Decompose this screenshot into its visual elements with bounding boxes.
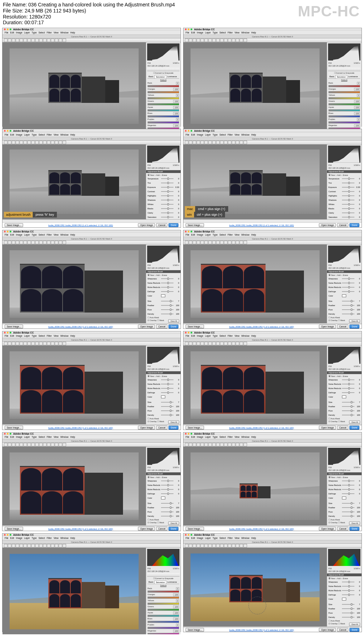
tool-button[interactable]: [228, 141, 231, 144]
workflow-link[interactable]: bodie_0038.CR2: bodie_0038.CR2 (1 of 1 s…: [229, 326, 294, 328]
tool-button[interactable]: [59, 544, 62, 547]
menu-item[interactable]: Filter: [228, 133, 232, 136]
menu-item[interactable]: File: [5, 436, 8, 438]
menu-item[interactable]: Edit: [10, 436, 14, 438]
tool-button[interactable]: [12, 544, 15, 547]
tool-button[interactable]: [51, 141, 54, 144]
tool-button[interactable]: [200, 241, 204, 244]
tool-button[interactable]: [4, 38, 7, 42]
open-image-button[interactable]: Open Image: [138, 223, 155, 227]
open-image-button[interactable]: Open Image: [319, 628, 336, 632]
menu-item[interactable]: Select: [38, 234, 45, 236]
tool-button[interactable]: [23, 241, 27, 244]
menu-item[interactable]: File: [5, 537, 8, 539]
tool-button[interactable]: [51, 38, 54, 42]
tool-button[interactable]: [228, 443, 231, 446]
tool-button[interactable]: [232, 241, 235, 244]
tool-button[interactable]: [220, 241, 224, 244]
menu-item[interactable]: File: [5, 234, 8, 236]
menu-item[interactable]: File: [186, 31, 189, 34]
maximize-icon[interactable]: [191, 534, 192, 536]
menu-item[interactable]: Edit: [10, 133, 14, 136]
tool-button[interactable]: [63, 241, 66, 244]
menu-item[interactable]: Type: [32, 335, 37, 337]
menu-item[interactable]: Image: [197, 31, 203, 34]
maximize-icon[interactable]: [10, 332, 11, 334]
menu-item[interactable]: Window: [241, 234, 250, 236]
tool-button[interactable]: [204, 443, 208, 446]
tool-button[interactable]: [220, 342, 224, 345]
tool-button[interactable]: [236, 241, 239, 244]
tool-button[interactable]: [39, 38, 43, 42]
tool-button[interactable]: [236, 443, 239, 446]
tool-button[interactable]: [27, 38, 31, 42]
tool-button[interactable]: [204, 241, 208, 244]
maximize-icon[interactable]: [191, 332, 192, 334]
menu-item[interactable]: Window: [60, 234, 69, 236]
tool-button[interactable]: [39, 443, 43, 446]
tool-button[interactable]: [212, 141, 216, 144]
menu-item[interactable]: Type: [32, 436, 37, 438]
tool-button[interactable]: [232, 544, 235, 547]
tool-button[interactable]: [59, 38, 62, 42]
menu-item[interactable]: Filter: [228, 436, 232, 438]
workflow-link[interactable]: bodie_0038.CR2: bodie_0038.CR2 (1 of 1 s…: [48, 427, 113, 429]
close-icon[interactable]: [4, 433, 6, 435]
tool-button[interactable]: [55, 544, 58, 547]
workflow-link[interactable]: bodie_0038.CR2: bodie_0038.CR2 (1 of 1 s…: [48, 224, 113, 226]
tool-button[interactable]: [185, 544, 188, 547]
minimize-icon[interactable]: [188, 433, 189, 435]
menu-item[interactable]: View: [54, 436, 59, 438]
tool-button[interactable]: [16, 38, 19, 42]
done-button[interactable]: Done: [349, 426, 359, 430]
menu-item[interactable]: Edit: [10, 31, 14, 34]
tool-button[interactable]: [193, 141, 196, 144]
tool-button[interactable]: [216, 241, 220, 244]
tool-button[interactable]: [204, 141, 208, 144]
menu-item[interactable]: Type: [213, 537, 218, 539]
menu-item[interactable]: Image: [16, 31, 22, 34]
tool-button[interactable]: [208, 141, 212, 144]
tool-button[interactable]: [216, 141, 220, 144]
menu-item[interactable]: View: [54, 31, 59, 34]
menu-item[interactable]: File: [5, 335, 8, 337]
menu-item[interactable]: View: [54, 335, 59, 337]
tool-button[interactable]: [55, 241, 58, 244]
tool-button[interactable]: [236, 38, 239, 42]
tool-button[interactable]: [197, 544, 200, 547]
menu-item[interactable]: Select: [219, 335, 226, 337]
tool-button[interactable]: [23, 342, 27, 345]
menu-item[interactable]: Type: [213, 436, 218, 438]
menu-item[interactable]: Window: [241, 31, 250, 34]
tool-button[interactable]: [8, 38, 11, 42]
tool-button[interactable]: [208, 544, 212, 547]
menu-item[interactable]: Help: [251, 234, 256, 236]
tool-button[interactable]: [208, 241, 212, 244]
save-image-button[interactable]: Save Image...: [5, 223, 23, 227]
tool-button[interactable]: [12, 38, 15, 42]
close-icon[interactable]: [185, 231, 187, 232]
menu-item[interactable]: Select: [38, 436, 45, 438]
tool-button[interactable]: [47, 544, 50, 547]
menu-item[interactable]: Layer: [205, 436, 211, 438]
tool-button[interactable]: [232, 443, 235, 446]
tool-button[interactable]: [43, 141, 47, 144]
image-preview[interactable]: [2, 447, 146, 525]
menu-item[interactable]: Help: [70, 31, 75, 34]
menu-item[interactable]: Window: [60, 335, 69, 337]
menu-item[interactable]: Help: [70, 537, 75, 539]
tool-button[interactable]: [20, 544, 23, 547]
menu-item[interactable]: Layer: [24, 31, 30, 34]
tool-button[interactable]: [240, 241, 243, 244]
tool-button[interactable]: [189, 38, 192, 42]
maximize-icon[interactable]: [10, 130, 11, 132]
tool-button[interactable]: [12, 443, 15, 446]
tool-button[interactable]: [20, 443, 23, 446]
tool-button[interactable]: [189, 141, 192, 144]
tool-button[interactable]: [8, 544, 11, 547]
minimize-icon[interactable]: [188, 332, 189, 334]
menu-item[interactable]: Help: [251, 537, 256, 539]
menu-item[interactable]: Window: [241, 537, 250, 539]
tool-button[interactable]: [189, 544, 192, 547]
tool-button[interactable]: [23, 38, 27, 42]
